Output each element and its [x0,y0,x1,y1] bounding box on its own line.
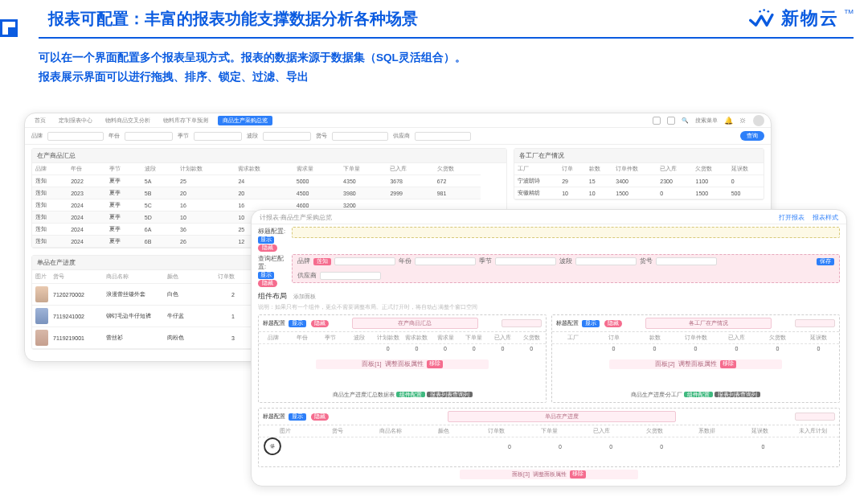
pB-label: 标题配置 [556,319,579,327]
pA-show-button[interactable]: 显示 [289,320,306,327]
tab-home[interactable]: 首页 [31,117,49,125]
pB-adjust[interactable]: 调整面板属性 [678,360,717,368]
q-code-input[interactable] [656,257,717,265]
title-preview-band [292,227,840,238]
pB-config-tag[interactable]: 组件配置 [684,392,713,397]
layout-panel-b[interactable]: 标题配置 显示 隐藏 各工厂在产情况 工厂订单款数订单件数已入库欠货数延误数 0… [551,314,840,403]
page-title: 报表可配置：丰富的报表功能支撑数据分析各种场景 [48,8,749,30]
query-config-label: 查询栏配置: [258,255,284,270]
filter-wave-input[interactable] [263,132,311,141]
save-button[interactable]: 保存 [817,258,834,265]
filter-year-input[interactable] [125,132,173,141]
tab-forecast[interactable]: 物料库存下单预测 [160,117,211,125]
filter-supplier-input[interactable] [415,132,471,141]
stamp-icon: 审 [261,435,284,458]
bell-icon[interactable]: 🔔 [724,117,733,125]
pA-hide-button[interactable]: 隐藏 [311,320,329,327]
q-year-input[interactable] [415,257,476,265]
pA-config-tag[interactable]: 组件配置 [396,392,425,397]
factory-card-title: 各工厂在产情况 [514,149,764,163]
filter-code-input[interactable] [332,132,388,141]
pB-width-input[interactable] [795,319,835,327]
pA-title[interactable]: 在产商品汇总 [352,318,477,329]
filter-season-input[interactable] [194,132,242,141]
svg-point-2 [768,10,770,13]
query-button[interactable]: 查询 [740,131,764,141]
pB-title[interactable]: 各工厂在产情况 [645,318,771,329]
q-supplier-input[interactable] [320,272,381,280]
open-report-link[interactable]: 打开报表 [779,213,805,222]
q-brand-value[interactable]: 莲知 [313,258,331,265]
title-show-button[interactable]: 显示 [258,236,274,244]
report-style-link[interactable]: 报表样式 [813,213,838,222]
pC-caption: 面板[3] [512,470,530,478]
tab-active[interactable]: 商品生产采购总览 [218,116,272,125]
logo-text: 新物云 [781,6,839,31]
q-wave-input[interactable] [575,257,637,265]
search-icon[interactable]: 🔍 [682,117,689,124]
title-hide-button[interactable]: 隐藏 [258,244,277,252]
add-panel-button[interactable]: 添加面板 [293,294,316,299]
report-config-window: 计报表·商品生产采购总览 打开报表 报表样式 标题配置: 显示 隐藏 查询栏配置… [251,209,847,487]
q-season-input[interactable] [495,257,556,265]
pA-width-input[interactable] [502,319,542,327]
pA-query-tag[interactable]: 报表列表查询列 [427,392,473,397]
filter-brand-input[interactable] [47,132,104,141]
q-brand-input[interactable] [334,257,395,265]
subtitle: 可以在一个界面配置多个报表呈现方式。报表的数据来源于数据集（SQL灵活组合）。 … [0,39,868,87]
brand-logo: 新物云 TM [749,6,854,31]
subtitle-line2: 报表展示界面可以进行拖拽、排序、锁定、过滤、导出 [39,68,868,87]
query-config-row: 查询栏配置: 显示 隐藏 品牌 莲知 年份 季节 波段 货号 保存 供应商 [252,252,846,287]
pC-hide-button[interactable]: 隐藏 [311,413,329,421]
filter-wave-label: 波段 [247,132,258,140]
pA-foot-label: 商品生产进度汇总数据表 [333,392,395,397]
query-preview-band: 品牌 莲知 年份 季节 波段 货号 保存 供应商 [292,254,840,283]
factory-card: 各工厂在产情况 工厂订单款数订单件数已入库欠货数延误数 宁波朗诗29153400… [514,148,764,200]
q-supplier-label: 供应商 [297,272,317,280]
device-icon[interactable] [653,117,661,125]
pC-show-button[interactable]: 显示 [289,413,306,421]
logo-icon [749,8,776,29]
filter-code-label: 货号 [316,132,327,140]
pA-adjust[interactable]: 调整面板属性 [385,360,424,368]
svg-point-0 [760,10,762,13]
page-header: 报表可配置：丰富的报表功能支撑数据分析各种场景 新物云 TM [0,0,868,37]
layout-panel-c[interactable]: 标题配置 显示 隐藏 单品在产进度 图片货号商品名称颜色订单数下单量已入库欠货数… [258,408,840,467]
tab-center[interactable]: 定制报表中心 [55,117,96,125]
title-config-row: 标题配置: 显示 隐藏 [252,224,846,252]
thumbnail-icon [35,330,48,346]
pC-title[interactable]: 单品在产进度 [448,411,677,422]
pB-caption: 面板[2] [655,360,674,368]
layout-panel-a[interactable]: 标题配置 显示 隐藏 在产商品汇总 品牌年份季节波段计划款数需求款数需求量下单量… [258,314,547,403]
thumbnail-icon [35,308,48,324]
pC-width-input[interactable] [795,413,835,421]
q-wave-label: 波段 [559,257,572,265]
svg-point-1 [764,9,766,11]
layout-title: 组件布局 [258,292,287,300]
layout-hint: 说明：如果只有一个组件，更众不需要调整布局。正式打开时，将自动占满整个窗口空间 [252,303,846,314]
pA-del-button[interactable]: 移除 [427,360,443,368]
thumbnail-icon [35,286,48,302]
tab-cross[interactable]: 物料商品交叉分析 [102,117,154,125]
trademark-icon: TM [844,8,854,15]
query-show-button[interactable]: 显示 [258,272,274,279]
filter-supplier-label: 供应商 [393,132,410,140]
pB-show-button[interactable]: 显示 [582,320,600,327]
filter-brand-label: 品牌 [31,132,43,140]
pB-foot-label: 商品生产进度·分工厂 [631,392,683,397]
subtitle-line1: 可以在一个界面配置多个报表呈现方式。报表的数据来源于数据集（SQL灵活组合）。 [39,48,868,68]
search-placeholder: 搜索菜单 [695,117,718,125]
pC-adjust[interactable]: 调整面板属性 [533,470,567,478]
summary-card-title: 在产商品汇总 [32,149,506,163]
pC-label: 标题配置 [263,413,285,421]
filter-bar: 品牌 年份 季节 波段 货号 供应商 查询 [25,128,771,145]
avatar[interactable] [753,115,764,126]
settings-icon[interactable]: ⛭ [739,117,747,125]
query-hide-button[interactable]: 隐藏 [258,280,277,287]
pB-query-tag[interactable]: 报表列表查询列 [714,392,760,397]
pB-del-button[interactable]: 移除 [720,360,736,368]
pC-del-button[interactable]: 移除 [570,470,586,478]
config-topbar: 计报表·商品生产采购总览 打开报表 报表样式 [252,210,846,224]
trash-icon[interactable] [667,117,675,125]
pB-hide-button[interactable]: 隐藏 [604,320,622,327]
